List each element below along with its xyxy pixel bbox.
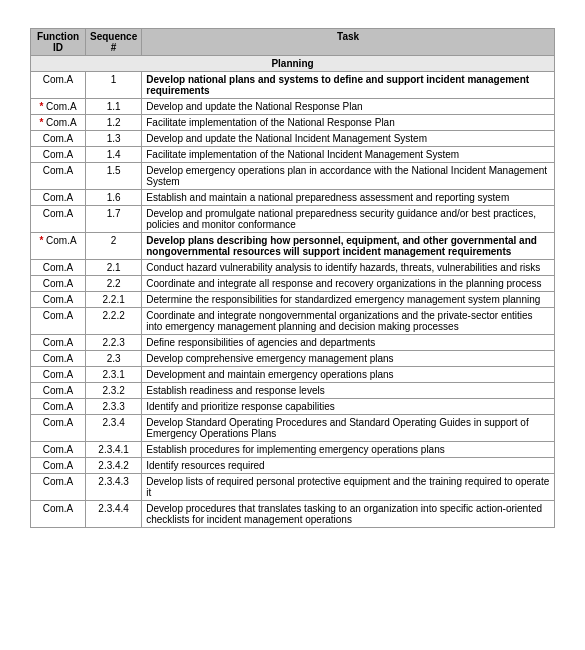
cell-function: Com.A xyxy=(31,163,86,190)
cell-function: * Com.A xyxy=(31,115,86,131)
table-row: Com.A1.5Develop emergency operations pla… xyxy=(31,163,555,190)
table-row: Com.A2.3.2Establish readiness and respon… xyxy=(31,383,555,399)
cell-sequence: 2.3.3 xyxy=(86,399,142,415)
cell-sequence: 2 xyxy=(86,233,142,260)
table-row: * Com.A1.2Facilitate implementation of t… xyxy=(31,115,555,131)
cell-task: Identify resources required xyxy=(142,458,555,474)
header-sequence: Sequence # xyxy=(86,29,142,56)
cell-sequence: 1.5 xyxy=(86,163,142,190)
cell-task: Determine the responsibilities for stand… xyxy=(142,292,555,308)
cell-task: Develop and update the National Response… xyxy=(142,99,555,115)
cell-sequence: 2.3.4.4 xyxy=(86,501,142,528)
cell-task: Develop lists of required personal prote… xyxy=(142,474,555,501)
cell-sequence: 1.7 xyxy=(86,206,142,233)
cell-sequence: 1.6 xyxy=(86,190,142,206)
cell-task: Coordinate and integrate nongovernmental… xyxy=(142,308,555,335)
cell-function: Com.A xyxy=(31,335,86,351)
cell-sequence: 1.2 xyxy=(86,115,142,131)
cell-sequence: 2.2 xyxy=(86,276,142,292)
cell-function: Com.A xyxy=(31,501,86,528)
cell-sequence: 2.3.4 xyxy=(86,415,142,442)
cell-task: Establish and maintain a national prepar… xyxy=(142,190,555,206)
cell-function: Com.A xyxy=(31,351,86,367)
cell-function: * Com.A xyxy=(31,99,86,115)
cell-function: Com.A xyxy=(31,190,86,206)
cell-sequence: 2.2.3 xyxy=(86,335,142,351)
cell-task: Establish readiness and response levels xyxy=(142,383,555,399)
cell-function: Com.A xyxy=(31,415,86,442)
table-row: Com.A2.2.3Define responsibilities of age… xyxy=(31,335,555,351)
cell-sequence: 2.3 xyxy=(86,351,142,367)
cell-function: Com.A xyxy=(31,260,86,276)
cell-function: Com.A xyxy=(31,292,86,308)
cell-task: Conduct hazard vulnerability analysis to… xyxy=(142,260,555,276)
cell-function: Com.A xyxy=(31,206,86,233)
cell-function: Com.A xyxy=(31,276,86,292)
cell-sequence: 2.3.4.1 xyxy=(86,442,142,458)
cell-task: Develop plans describing how personnel, … xyxy=(142,233,555,260)
table-row: Com.A2.1Conduct hazard vulnerability ana… xyxy=(31,260,555,276)
table-row: Com.A2.3Develop comprehensive emergency … xyxy=(31,351,555,367)
table-row: Com.A1.4Facilitate implementation of the… xyxy=(31,147,555,163)
cell-task: Coordinate and integrate all response an… xyxy=(142,276,555,292)
table-row: Com.A2.2Coordinate and integrate all res… xyxy=(31,276,555,292)
cell-task: Establish procedures for implementing em… xyxy=(142,442,555,458)
table-row: Com.A2.3.4.4Develop procedures that tran… xyxy=(31,501,555,528)
table-row: Com.A1.6Establish and maintain a nationa… xyxy=(31,190,555,206)
cell-sequence: 2.3.1 xyxy=(86,367,142,383)
cell-function: Com.A xyxy=(31,131,86,147)
cell-task: Develop comprehensive emergency manageme… xyxy=(142,351,555,367)
cell-function: Com.A xyxy=(31,383,86,399)
cell-function: Com.A xyxy=(31,442,86,458)
table-row: Com.A1Develop national plans and systems… xyxy=(31,72,555,99)
cell-task: Facilitate implementation of the Nationa… xyxy=(142,115,555,131)
cell-task: Define responsibilities of agencies and … xyxy=(142,335,555,351)
table-row: Com.A2.3.3Identify and prioritize respon… xyxy=(31,399,555,415)
cell-task: Develop Standard Operating Procedures an… xyxy=(142,415,555,442)
cell-sequence: 2.3.4.2 xyxy=(86,458,142,474)
table-row: Com.A2.2.1Determine the responsibilities… xyxy=(31,292,555,308)
cell-function: * Com.A xyxy=(31,233,86,260)
cell-function: Com.A xyxy=(31,367,86,383)
cell-task: Develop emergency operations plan in acc… xyxy=(142,163,555,190)
cell-sequence: 2.3.2 xyxy=(86,383,142,399)
cell-task: Develop and promulgate national prepared… xyxy=(142,206,555,233)
cell-function: Com.A xyxy=(31,399,86,415)
cell-sequence: 1.4 xyxy=(86,147,142,163)
table-row: Com.A1.7Develop and promulgate national … xyxy=(31,206,555,233)
cell-task: Facilitate implementation of the Nationa… xyxy=(142,147,555,163)
table-row: * Com.A2Develop plans describing how per… xyxy=(31,233,555,260)
table-row: Com.A2.3.4.3Develop lists of required pe… xyxy=(31,474,555,501)
cell-sequence: 1.3 xyxy=(86,131,142,147)
section-header: Planning xyxy=(31,56,555,72)
header-function-id: Function ID xyxy=(31,29,86,56)
table-row: Com.A2.3.4.2Identify resources required xyxy=(31,458,555,474)
cell-sequence: 1.1 xyxy=(86,99,142,115)
cell-function: Com.A xyxy=(31,474,86,501)
table-row: Planning xyxy=(31,56,555,72)
cell-task: Development and maintain emergency opera… xyxy=(142,367,555,383)
cell-sequence: 2.2.1 xyxy=(86,292,142,308)
table-row: Com.A1.3Develop and update the National … xyxy=(31,131,555,147)
table-row: Com.A2.3.4.1Establish procedures for imp… xyxy=(31,442,555,458)
cell-task: Identify and prioritize response capabil… xyxy=(142,399,555,415)
cell-function: Com.A xyxy=(31,308,86,335)
cell-task: Develop procedures that translates taski… xyxy=(142,501,555,528)
cell-function: Com.A xyxy=(31,147,86,163)
cell-sequence: 1 xyxy=(86,72,142,99)
cell-function: Com.A xyxy=(31,458,86,474)
cell-task: Develop national plans and systems to de… xyxy=(142,72,555,99)
cell-sequence: 2.1 xyxy=(86,260,142,276)
table-row: Com.A2.2.2Coordinate and integrate nongo… xyxy=(31,308,555,335)
table-row: * Com.A1.1Develop and update the Nationa… xyxy=(31,99,555,115)
tasks-table: Function ID Sequence # Task PlanningCom.… xyxy=(30,28,555,528)
table-row: Com.A2.3.4Develop Standard Operating Pro… xyxy=(31,415,555,442)
cell-function: Com.A xyxy=(31,72,86,99)
cell-sequence: 2.2.2 xyxy=(86,308,142,335)
table-row: Com.A2.3.1Development and maintain emerg… xyxy=(31,367,555,383)
cell-task: Develop and update the National Incident… xyxy=(142,131,555,147)
cell-sequence: 2.3.4.3 xyxy=(86,474,142,501)
header-task: Task xyxy=(142,29,555,56)
